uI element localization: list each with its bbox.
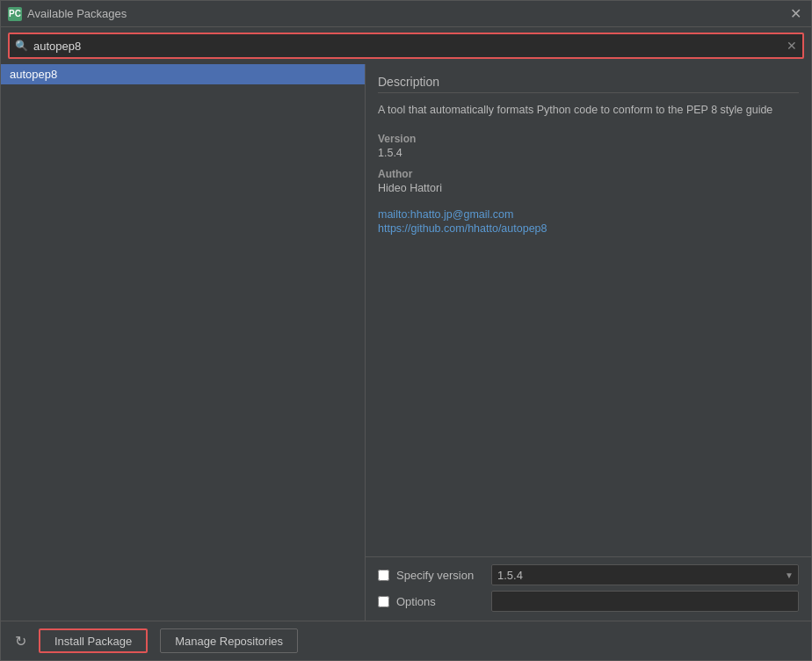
action-bar-left: ↻ Install Package Manage Repositories — [10, 628, 802, 653]
options-checkbox[interactable] — [378, 596, 389, 607]
options-input[interactable] — [491, 591, 799, 612]
close-button[interactable]: ✕ — [787, 5, 804, 23]
window-title: Available Packages — [27, 7, 127, 20]
install-package-button[interactable]: Install Package — [39, 628, 148, 653]
description-summary: A tool that automatically formats Python… — [378, 102, 799, 119]
description-panel: Description A tool that automatically fo… — [366, 64, 811, 556]
package-list: autopep8 — [1, 64, 366, 556]
footer-options: Specify version 1.5.4 1.5.3 1.5.2 1.5.1 … — [366, 556, 811, 621]
app-icon: PC — [8, 7, 22, 21]
author-label: Author — [378, 168, 799, 180]
version-select[interactable]: 1.5.4 1.5.3 1.5.2 1.5.1 1.5.0 — [491, 564, 799, 585]
search-input-wrap: 🔍 ✕ — [8, 33, 804, 59]
version-label: Version — [378, 133, 799, 145]
title-bar: PC Available Packages ✕ — [1, 1, 811, 27]
search-icon: 🔍 — [15, 40, 28, 52]
specify-version-checkbox[interactable] — [378, 570, 389, 581]
search-bar: 🔍 ✕ — [1, 27, 811, 64]
title-bar-left: PC Available Packages — [8, 7, 127, 21]
version-value: 1.5.4 — [378, 147, 799, 159]
specify-version-label: Specify version — [396, 569, 484, 582]
clear-search-button[interactable]: ✕ — [787, 39, 797, 53]
github-link[interactable]: https://github.com/hhatto/autopep8 — [378, 222, 799, 235]
package-item-autopep8[interactable]: autopep8 — [1, 64, 365, 84]
author-value: Hideo Hattori — [378, 182, 799, 194]
specify-version-row: Specify version 1.5.4 1.5.3 1.5.2 1.5.1 … — [378, 564, 799, 585]
main-window: PC Available Packages ✕ 🔍 ✕ autopep8 Des… — [0, 0, 812, 661]
manage-repositories-button[interactable]: Manage Repositories — [160, 628, 298, 653]
email-link[interactable]: mailto:hhatto.jp@gmail.com — [378, 208, 799, 221]
action-bar: ↻ Install Package Manage Repositories — [1, 621, 811, 660]
search-input[interactable] — [33, 36, 781, 55]
options-row: Options — [378, 591, 799, 612]
refresh-button[interactable]: ↻ — [10, 631, 32, 651]
description-header: Description — [378, 75, 799, 93]
version-select-wrap: 1.5.4 1.5.3 1.5.2 1.5.1 1.5.0 ▼ — [491, 564, 799, 585]
main-content: autopep8 Description A tool that automat… — [1, 64, 811, 556]
options-label: Options — [396, 595, 484, 608]
